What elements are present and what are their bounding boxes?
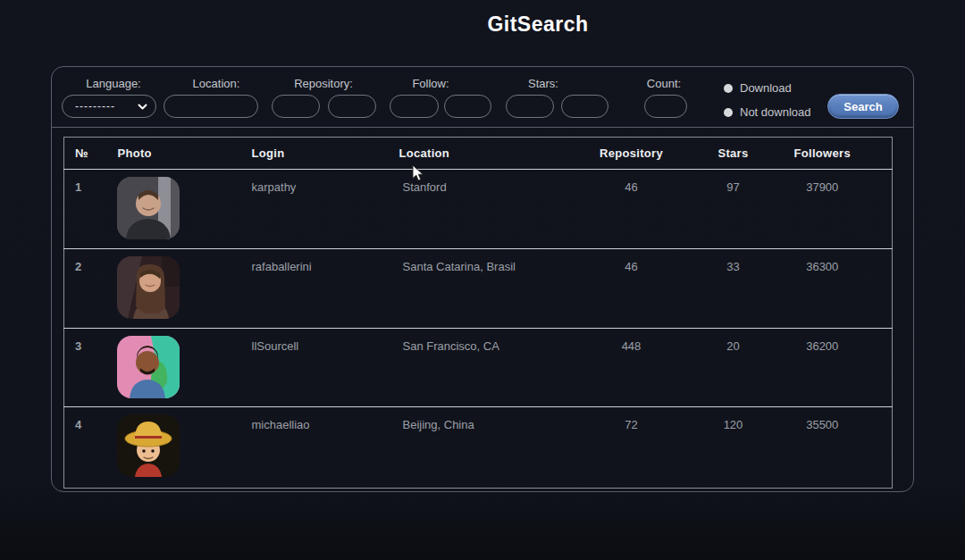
row-followers: 35500 — [768, 407, 893, 489]
header-login: Login — [207, 138, 359, 170]
follow-min-input[interactable] — [390, 95, 439, 118]
repository-min-input[interactable] — [272, 95, 320, 118]
filter-bar: Language: Location: Repository: Follow: … — [52, 67, 913, 128]
row-followers: 37900 — [768, 170, 893, 249]
header-location: Location — [359, 138, 565, 170]
language-select[interactable]: --------- — [62, 95, 156, 118]
row-repository: 46 — [565, 170, 699, 249]
table-row: 1 karpathy Stanford 46 97 379 — [64, 170, 893, 249]
results-table-container: № Photo Login Location Repository Stars … — [63, 137, 892, 488]
row-number: 3 — [64, 329, 100, 407]
row-followers: 36200 — [768, 329, 893, 407]
row-stars: 20 — [699, 329, 768, 407]
row-repository: 448 — [565, 329, 699, 407]
row-repository: 72 — [565, 407, 699, 489]
header-followers: Followers — [768, 138, 893, 170]
search-button[interactable]: Search — [827, 94, 899, 119]
row-stars: 33 — [699, 249, 768, 329]
row-number: 2 — [64, 249, 100, 329]
follow-label: Follow: — [412, 77, 449, 90]
repository-label: Repository: — [294, 77, 353, 90]
avatar-image — [117, 336, 180, 398]
mouse-cursor — [412, 164, 424, 182]
follow-max-input[interactable] — [444, 95, 491, 118]
stars-label: Stars: — [528, 77, 558, 90]
repository-max-input[interactable] — [328, 95, 376, 118]
location-input[interactable] — [164, 95, 258, 118]
row-number: 4 — [64, 407, 100, 489]
page-title: GitSearch — [487, 13, 588, 37]
header-repository: Repository — [565, 138, 699, 170]
radio-icon — [724, 84, 733, 93]
table-row: 2 rafaballerini Santa Catarina, Brasil — [64, 249, 893, 329]
row-stars: 97 — [699, 170, 768, 249]
language-select-value: --------- — [75, 100, 115, 113]
download-radio[interactable]: Download — [724, 81, 792, 95]
stars-max-input[interactable] — [561, 95, 608, 118]
header-num: № — [64, 138, 100, 170]
row-followers: 36300 — [768, 249, 893, 329]
table-row: 4 michael — [64, 407, 893, 489]
stars-min-input[interactable] — [506, 95, 554, 118]
gitsearch-panel: Language: Location: Repository: Follow: … — [51, 66, 914, 492]
header-photo: Photo — [100, 138, 207, 170]
row-stars: 120 — [699, 407, 768, 489]
count-input[interactable] — [644, 95, 687, 118]
avatar-image — [117, 414, 180, 477]
not-download-radio-label: Not download — [740, 105, 811, 119]
row-location: San Francisco, CA — [359, 329, 565, 407]
location-label: Location: — [193, 77, 240, 90]
row-login: llSourcell — [207, 329, 359, 407]
table-header-row: № Photo Login Location Repository Stars … — [64, 138, 893, 170]
row-login: karpathy — [207, 170, 359, 249]
header-stars: Stars — [699, 138, 768, 170]
download-radio-label: Download — [740, 81, 792, 95]
avatar-image — [117, 256, 180, 319]
language-label: Language: — [86, 77, 140, 90]
chevron-down-icon — [138, 104, 147, 110]
results-table: № Photo Login Location Repository Stars … — [63, 137, 893, 489]
row-number: 1 — [64, 170, 100, 249]
count-label: Count: — [647, 77, 681, 90]
row-repository: 46 — [565, 249, 699, 329]
row-location: Santa Catarina, Brasil — [359, 249, 565, 329]
row-location: Beijing, China — [359, 407, 565, 489]
avatar-image — [117, 177, 180, 239]
row-location: Stanford — [359, 170, 565, 249]
radio-icon — [724, 108, 733, 117]
row-login: michaelliao — [207, 407, 359, 489]
not-download-radio[interactable]: Not download — [724, 105, 811, 119]
table-row: 3 llSourcell San Francisco, CA 448 20 — [64, 329, 893, 407]
row-login: rafaballerini — [207, 249, 359, 329]
